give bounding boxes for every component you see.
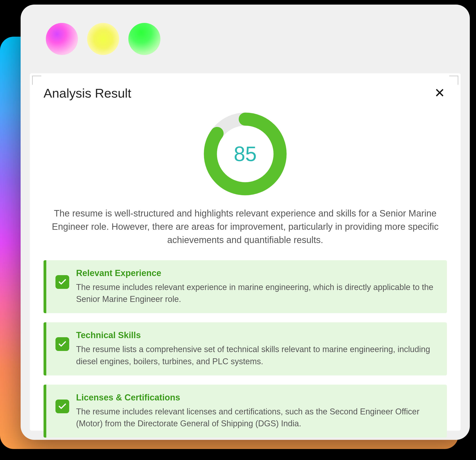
traffic-light-close-icon[interactable] — [46, 23, 78, 55]
summary-text: The resume is well-structured and highli… — [51, 207, 440, 246]
feedback-title: Technical Skills — [76, 330, 438, 340]
score-value: 85 — [234, 142, 257, 166]
titlebar — [21, 5, 470, 73]
modal-title: Analysis Result — [43, 86, 131, 100]
feedback-card: Licenses & Certifications The resume inc… — [43, 385, 447, 438]
feedback-card: Technical Skills The resume lists a comp… — [43, 322, 447, 375]
corner-marker-icon — [449, 75, 458, 85]
check-icon — [55, 337, 69, 351]
app-window: Analysis Result ✕ 85 The resume is well-… — [21, 5, 470, 440]
traffic-light-zoom-icon[interactable] — [128, 23, 161, 55]
feedback-list: Relevant Experience The resume includes … — [43, 260, 447, 438]
feedback-text: The resume includes relevant licenses an… — [76, 406, 438, 429]
close-icon: ✕ — [434, 86, 445, 100]
check-icon — [55, 275, 69, 289]
feedback-text: The resume includes relevant experience … — [76, 281, 438, 305]
score-ring: 85 — [202, 110, 289, 197]
traffic-light-minimize-icon[interactable] — [87, 23, 119, 55]
close-button[interactable]: ✕ — [433, 85, 447, 101]
check-icon — [55, 400, 69, 413]
feedback-text: The resume lists a comprehensive set of … — [76, 343, 438, 367]
modal-panel: Analysis Result ✕ 85 The resume is well-… — [30, 73, 461, 431]
feedback-card: Relevant Experience The resume includes … — [43, 260, 447, 313]
feedback-title: Licenses & Certifications — [76, 393, 438, 402]
feedback-title: Relevant Experience — [76, 268, 438, 278]
corner-marker-icon — [32, 75, 41, 85]
